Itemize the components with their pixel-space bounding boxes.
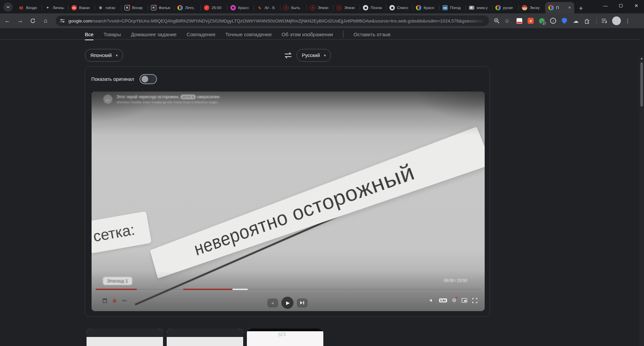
forward-button[interactable]: → (15, 15, 25, 26)
nav-divider-line (0, 39, 639, 40)
results-tab[interactable]: Товары (104, 32, 121, 37)
extension-rocket-button[interactable]: ➤ (528, 18, 534, 24)
page-scrollbar[interactable]: ▲ ▼ (639, 56, 644, 346)
chevron-down-icon: ▾ (324, 53, 326, 58)
browser-tab[interactable]: Красн (227, 2, 254, 13)
tab-search-button[interactable] (3, 2, 13, 12)
results-tab[interactable]: Домашнее задание (131, 32, 176, 37)
browser-tab[interactable]: MВходя (15, 2, 42, 13)
results-tab[interactable]: Все (85, 32, 94, 37)
browser-tab[interactable]: hhВакан (68, 2, 95, 13)
show-original-toggle[interactable] (140, 74, 157, 84)
puzzle-piece-icon (584, 18, 590, 24)
source-language-label: Японский (90, 53, 112, 58)
extension-downloader-button[interactable] (516, 18, 523, 24)
anilibria-favicon: A (283, 5, 289, 10)
browser-tab[interactable]: AЭпизо (307, 2, 333, 13)
translated-image[interactable]: ← Этот герой чересчур осторожен, хотя и … (92, 92, 485, 311)
browser-tab[interactable]: AЭпизо (333, 2, 360, 13)
related-thumbnail[interactable] (167, 329, 243, 346)
playback-speed-badge: 1.5x (439, 298, 447, 302)
extension-count-badge: 17 (542, 22, 547, 25)
left-caption-band: сетка: (92, 211, 152, 253)
target-language-label: Русский (302, 53, 320, 58)
zoom-page-button[interactable] (494, 18, 500, 24)
zoom-magnifier-icon (494, 18, 500, 24)
related-thumbnail[interactable]: 321 (247, 329, 323, 346)
browser-tab[interactable]: www.y (466, 2, 492, 13)
extension-shield-button[interactable] (561, 18, 568, 24)
kino-favicon (230, 5, 236, 10)
browser-tab[interactable]: mbПогод (439, 2, 466, 13)
next-episode-icon (297, 298, 308, 307)
extension-cloud-button[interactable]: ☁ (573, 18, 579, 24)
close-window-button[interactable]: ✕ (629, 0, 644, 11)
main-caption-text: невероятно осторожный (192, 159, 418, 260)
results-tab[interactable]: Точные совпадения (225, 32, 272, 37)
browser-tab[interactable]: RВоскр (121, 2, 148, 13)
back-button[interactable]: ← (2, 15, 13, 26)
browser-tab[interactable]: ✓25:00 (201, 2, 227, 13)
tab-label: руске (503, 6, 517, 10)
browser-menu-button[interactable]: ⋮ (625, 18, 630, 24)
side-panel-button[interactable] (601, 18, 607, 23)
tab-label: Вакан (79, 6, 93, 10)
address-bar[interactable]: google.com/search?vsrid=CPOcpYbUns-M9QEQ… (56, 15, 489, 26)
browser-tab[interactable]: AБыть (280, 2, 307, 13)
home-button[interactable]: ⌂ (40, 15, 51, 26)
back-arrow-icon: ← (103, 95, 112, 104)
minimize-button[interactable]: — (598, 0, 613, 11)
google-favicon (177, 5, 183, 10)
video-title-overlay: ← Этот герой чересчур осторожен, хотя и … (103, 95, 219, 104)
episode-badge: Эпизод 1 (103, 277, 132, 285)
extensions-menu-button[interactable] (584, 18, 590, 24)
shiki-favicon (363, 5, 368, 10)
reload-button[interactable] (28, 15, 38, 26)
new-tab-button[interactable]: + (576, 4, 586, 13)
miniplayer-icon (462, 298, 467, 303)
maximize-button[interactable] (613, 0, 629, 11)
google-favicon (548, 5, 554, 10)
extension-leaf-button[interactable]: 17 (539, 18, 545, 24)
music-note-icon: ♪ (552, 19, 554, 23)
player-center-controls: « ▶ (267, 297, 308, 309)
browser-tab[interactable]: Списо (386, 2, 413, 13)
url-path: /search?vsrid=CPOcpYbUns-M9QEQAhgBliRhZW… (92, 18, 485, 23)
bookmark-star-button[interactable]: ☆ (504, 17, 509, 24)
browser-tab[interactable]: Лето, (174, 2, 201, 13)
browser-tab-active[interactable]: П× (545, 2, 574, 13)
meteoblue-favicon: mb (442, 5, 448, 10)
google-favicon (495, 5, 501, 10)
tab-label: 25:00 (212, 6, 225, 10)
extension-music-button[interactable]: ♪ (550, 18, 556, 24)
playlist-add-icon: ≡+ (122, 298, 127, 303)
tab-label: Экску (530, 6, 543, 10)
browser-tab[interactable]: ✱rutrac (95, 2, 121, 13)
browser-tab[interactable]: ✦Личны (42, 2, 68, 13)
browser-tab[interactable]: Похож (360, 2, 386, 13)
tab-close-icon[interactable]: × (567, 5, 572, 10)
results-tab[interactable]: Совпадения (186, 32, 215, 37)
url-text: google.com/search?vsrid=CPOcpYbUns-M9QEQ… (68, 18, 485, 23)
extensions-area: ➤ 17 ♪ ☁ (516, 18, 590, 24)
browser-window: MВходя✦ЛичныhhВакан✱rutracRВоскрRФильмЛе… (0, 0, 644, 346)
browser-tab[interactable]: ϟ/b/ - Б (254, 2, 280, 13)
feedback-link[interactable]: Оставить отзыв (354, 32, 390, 37)
profile-avatar[interactable] (612, 16, 621, 25)
scroll-up-arrow[interactable]: ▲ (639, 57, 644, 60)
scrollbar-thumb[interactable] (640, 62, 643, 107)
browser-tab[interactable]: RФильм (148, 2, 174, 13)
tab-label: Фильм (159, 6, 172, 10)
browser-tab[interactable]: руске (492, 2, 519, 13)
target-language-select[interactable]: Русский ▾ (297, 49, 331, 62)
browser-tab[interactable]: Красн (413, 2, 439, 13)
browser-tab[interactable]: Экску (519, 2, 545, 13)
swap-languages-button[interactable] (284, 51, 292, 59)
left-caption-text: сетка: (92, 221, 136, 246)
results-tab[interactable]: Об этом изображении (282, 32, 333, 37)
related-thumbnail[interactable] (87, 329, 163, 346)
tab-label: rutrac (106, 6, 119, 10)
video-title: Этот герой чересчур осторожен, хотя и св… (116, 95, 219, 99)
progress-track (95, 289, 481, 290)
source-language-select[interactable]: Японский ▾ (85, 49, 123, 62)
